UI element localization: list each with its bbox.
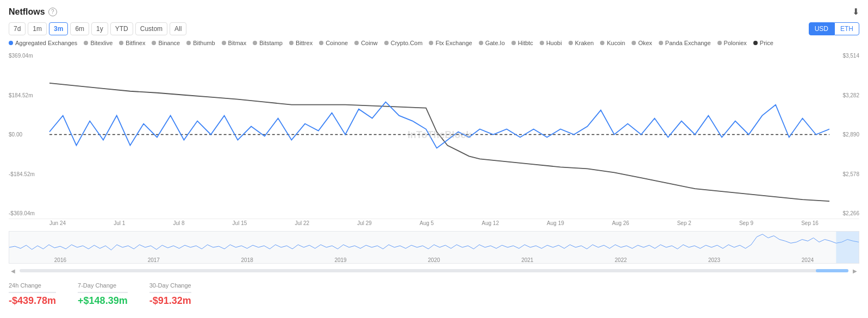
stat-divider [9,292,56,293]
legend-label: Binance [158,40,180,46]
legend-dot [9,41,13,45]
legend-dot [600,41,604,45]
scroll-bar[interactable] [20,269,848,272]
legend-dot [253,41,257,45]
main-chart: $369.04m$184.52m$0.00-$184.52m-$369.04m … [9,51,859,219]
legend-label: Coinone [326,40,348,46]
legend-dot [429,41,433,45]
y-label-right: $2,578 [829,171,859,177]
legend-item-coinone: Coinone [319,40,348,46]
mini-x-label: 2016 [54,257,66,263]
mini-x-label: 2020 [428,257,440,263]
time-btn-all[interactable]: All [170,22,186,35]
legend-dot [384,41,389,45]
scroll-bar-row[interactable]: ◀ ▶ [9,266,859,276]
legend-label: Bittrex [296,40,313,46]
x-label: Jun 24 [49,220,66,229]
legend-dot [569,41,573,45]
y-label-left: -$184.52m [9,171,49,177]
y-label-right: $2,890 [829,132,859,138]
legend-item-gate-io: Gate.Io [479,40,505,46]
time-filter-group: 7d1m3m6m1yYTDCustomAll [9,22,186,35]
legend-item-coinw: Coinw [354,40,378,46]
legend-item-hitbtc: Hitbtc [511,40,533,46]
time-btn-3m[interactable]: 3m [49,22,68,35]
scroll-thumb[interactable] [816,269,848,272]
legend-label: Price [760,40,773,46]
stat-value: -$439.78m [9,295,56,307]
legend-dot [354,41,359,45]
stat-value: +$148.39m [78,295,128,307]
y-label-left: $369.04m [9,53,49,59]
time-btn-6m[interactable]: 6m [70,22,89,35]
mini-x-label: 2023 [708,257,720,263]
legend-dot [319,41,323,45]
stat-value: -$91.32m [149,295,191,307]
x-label: Jul 22 [295,220,309,229]
stat-label: 7-Day Change [78,282,128,289]
x-label: Sep 16 [801,220,819,229]
stat-label: 24h Change [9,282,56,289]
currency-btn-usd[interactable]: USD [809,22,834,35]
mini-x-label: 2024 [802,257,814,263]
download-icon[interactable]: ⬇ [852,7,859,17]
time-btn-7d[interactable]: 7d [9,22,26,35]
time-btn-ytd[interactable]: YTD [110,22,133,35]
legend-dot [511,41,516,45]
y-label-left: $0.00 [9,132,49,138]
x-label: Sep 9 [739,220,753,229]
mini-x-label: 2021 [521,257,533,263]
legend-dot [540,41,544,45]
legend-label: Bitmax [228,40,247,46]
legend-label: Poloniex [724,40,747,46]
legend-dot [479,41,483,45]
stat-divider [149,292,191,293]
currency-toggle: USDETH [809,22,859,35]
mini-x-label: 2019 [334,257,346,263]
mini-x-label: 2018 [241,257,253,263]
legend-item-bitstamp: Bitstamp [253,40,283,46]
legend-label: Hitbtc [518,40,533,46]
legend-dot [152,41,156,45]
y-axis-right: $3,514$3,282$2,890$2,578$2,266 [829,51,859,219]
legend-label: Crypto.Com [391,40,423,46]
x-label: Aug 26 [612,220,629,229]
legend-label: Kraken [575,40,594,46]
legend-item-poloniex: Poloniex [717,40,747,46]
mini-x-label: 2022 [615,257,627,263]
mini-x-axis: 201620172018201920202021202220232024 [9,257,859,263]
legend-label: Kucoin [607,40,625,46]
time-btn-1y[interactable]: 1y [91,22,108,35]
legend-item-aggregated-exchanges: Aggregated Exchanges [9,40,77,46]
legend-item-ftx-exchange: Ftx Exchange [429,40,472,46]
time-btn-1m[interactable]: 1m [28,22,47,35]
legend-label: Bitexlive [90,40,113,46]
stat-label: 30-Day Change [149,282,191,289]
legend-item-huobi: Huobi [540,40,562,46]
legend-item-panda-exchange: Panda Exchange [659,40,711,46]
x-label: Jul 8 [173,220,184,229]
x-label: Aug 5 [420,220,434,229]
legend-item-okex: Okex [632,40,652,46]
y-label-left: -$369.04m [9,210,49,216]
legend-item-binance: Binance [152,40,180,46]
legend-label: Bitfinex [126,40,145,46]
chart-svg-container: InToTheBlock [49,51,829,219]
x-label: Jul 29 [357,220,372,229]
x-label: Jul 15 [233,220,247,229]
legend-item-bitexlive: Bitexlive [84,40,113,46]
legend-label: Coinw [361,40,378,46]
page-title: Netflows [9,7,45,17]
x-label: Sep 2 [677,220,691,229]
help-icon[interactable]: ? [48,8,57,16]
time-btn-custom[interactable]: Custom [135,22,167,35]
y-label-right: $3,514 [829,53,859,59]
legend-item-bithumb: Bithumb [186,40,215,46]
x-label: Aug 19 [547,220,564,229]
mini-chart[interactable]: 201620172018201920202021202220232024 [9,231,859,264]
legend-label: Ftx Exchange [435,40,472,46]
x-label: Jul 1 [114,220,125,229]
currency-btn-eth[interactable]: ETH [834,22,859,35]
legend-label: Bitstamp [259,40,283,46]
legend-item-kucoin: Kucoin [600,40,625,46]
